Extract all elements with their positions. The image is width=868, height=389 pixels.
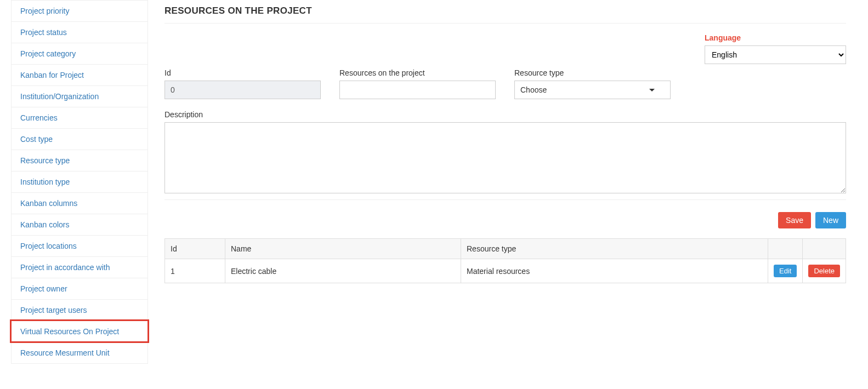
sidebar-item[interactable]: Resource Mesurment Unit (12, 342, 147, 363)
id-field (164, 81, 321, 99)
sidebar-item[interactable]: Project priority (12, 1, 147, 21)
sidebar-item[interactable]: Kanban colors (12, 214, 147, 235)
sidebar-item[interactable]: Kanban columns (12, 193, 147, 214)
sidebar-item[interactable]: Resource type (12, 150, 147, 171)
sidebar-item[interactable]: Project locations (12, 236, 147, 256)
sidebar: Project priorityProject statusProject ca… (11, 0, 148, 364)
language-select[interactable]: English (705, 45, 846, 64)
id-label: Id (164, 68, 321, 77)
cell-type: Material resources (461, 259, 768, 283)
main-content: RESOURCES ON THE PROJECT Language Englis… (148, 0, 868, 364)
resource-type-label: Resource type (514, 68, 671, 77)
resource-type-select[interactable]: Choose (514, 81, 671, 99)
resource-name-field[interactable] (339, 81, 496, 99)
save-button[interactable]: Save (778, 212, 811, 228)
resource-name-label: Resources on the project (339, 68, 496, 77)
resource-type-value: Choose (520, 85, 547, 94)
sidebar-item[interactable]: Kanban for Project (12, 65, 147, 85)
sidebar-item[interactable]: Project target users (12, 300, 147, 321)
description-label: Description (164, 110, 846, 119)
sidebar-item[interactable]: Institution/Organization (12, 86, 147, 107)
cell-id: 1 (165, 259, 225, 283)
sidebar-item[interactable]: Institution type (12, 171, 147, 192)
col-header-type: Resource type (461, 239, 768, 259)
sidebar-item[interactable]: Currencies (12, 107, 147, 128)
sidebar-item[interactable]: Project in accordance with (12, 257, 147, 278)
col-header-delete (803, 239, 846, 259)
new-button[interactable]: New (815, 212, 846, 228)
cell-name: Electric cable (225, 259, 461, 283)
table-row: 1Electric cableMaterial resourcesEditDel… (165, 259, 846, 283)
sidebar-item[interactable]: Virtual Resources On Project (12, 321, 147, 342)
sidebar-item[interactable]: Cost type (12, 129, 147, 150)
description-field[interactable] (164, 122, 846, 193)
col-header-edit (768, 239, 803, 259)
sidebar-item[interactable]: Project owner (12, 278, 147, 299)
chevron-down-icon (649, 89, 655, 91)
sidebar-list: Project priorityProject statusProject ca… (11, 0, 148, 364)
delete-button[interactable]: Delete (808, 265, 840, 277)
edit-button[interactable]: Edit (774, 265, 797, 277)
page-title: RESOURCES ON THE PROJECT (164, 5, 846, 24)
sidebar-item[interactable]: Project status (12, 22, 147, 43)
language-row: Language English (164, 33, 846, 64)
resources-table: Id Name Resource type 1Electric cableMat… (164, 238, 846, 283)
col-header-id: Id (165, 239, 225, 259)
sidebar-item[interactable]: Project category (12, 43, 147, 64)
language-label: Language (705, 33, 846, 42)
col-header-name: Name (225, 239, 461, 259)
resources-table-body: 1Electric cableMaterial resourcesEditDel… (165, 259, 846, 283)
